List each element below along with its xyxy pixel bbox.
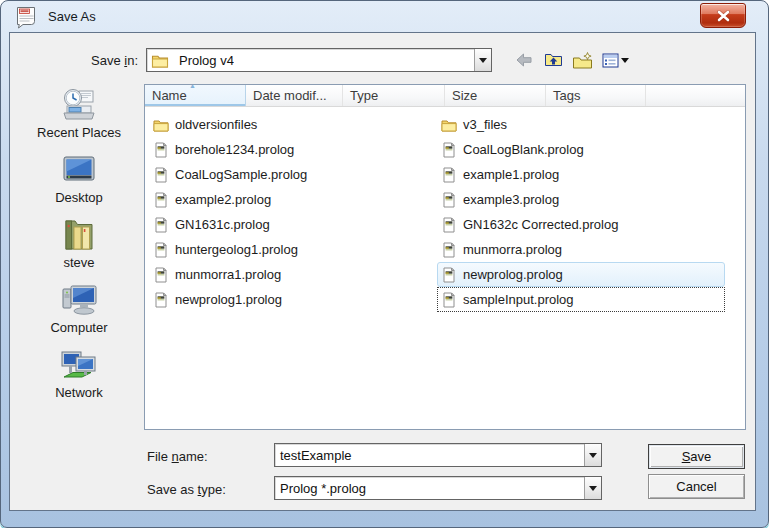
sidebar-item-label: steve xyxy=(63,255,94,270)
prolog-file-icon xyxy=(153,217,169,233)
sidebar-item-desktop[interactable]: Desktop xyxy=(16,151,142,205)
file-item-example3-prolog[interactable]: example3.prolog xyxy=(437,187,725,212)
prolog-file-icon xyxy=(441,267,457,283)
column-header-date-modif[interactable]: Date modif... xyxy=(246,85,343,106)
dialog-toolbar xyxy=(512,49,631,71)
file-name-text: munmorra1.prolog xyxy=(175,267,281,282)
file-item-gn1631c-prolog[interactable]: GN1631c.prolog xyxy=(149,212,436,237)
back-button[interactable] xyxy=(512,50,536,70)
column-header-type[interactable]: Type xyxy=(343,85,445,106)
save-as-type-value: Prolog *.prolog xyxy=(275,481,366,496)
column-header-tags[interactable]: Tags xyxy=(546,85,646,106)
sidebar-item-computer[interactable]: Computer xyxy=(16,281,142,335)
file-name-label: File name: xyxy=(147,449,208,464)
file-name-text: GN1632c Corrected.prolog xyxy=(463,217,618,232)
sidebar-item-label: Desktop xyxy=(55,190,103,205)
prolog-document-icon xyxy=(14,5,41,30)
file-name-text: CoalLogSample.prolog xyxy=(175,167,307,182)
save-in-label: Save in: xyxy=(28,53,138,68)
recent-places-icon xyxy=(59,86,99,124)
file-name-text: newprolog1.prolog xyxy=(175,292,282,307)
file-name-text: sampleInput.prolog xyxy=(463,292,574,307)
views-button[interactable] xyxy=(599,50,631,70)
back-icon xyxy=(515,52,533,68)
computer-icon xyxy=(59,281,99,319)
prolog-file-icon xyxy=(441,217,457,233)
up-one-level-button[interactable] xyxy=(541,50,565,70)
file-item-newprolog-prolog[interactable]: newprolog.prolog xyxy=(437,262,725,287)
folder-icon xyxy=(441,117,457,133)
prolog-file-icon xyxy=(441,192,457,208)
chevron-down-icon xyxy=(479,58,487,67)
prolog-file-icon xyxy=(153,167,169,183)
dropdown-button[interactable] xyxy=(584,444,601,466)
dialog-body: Save in: Prolog v4 Recent PlacesDesktops… xyxy=(9,32,756,511)
file-item-example2-prolog[interactable]: example2.prolog xyxy=(149,187,436,212)
sort-ascending-icon: ▲ xyxy=(189,84,196,89)
save-in-combobox[interactable]: Prolog v4 xyxy=(146,48,492,72)
folder-item-v3-files[interactable]: v3_files xyxy=(437,112,725,137)
file-item-huntergeolog1-prolog[interactable]: huntergeolog1.prolog xyxy=(149,237,436,262)
file-name-text: GN1631c.prolog xyxy=(175,217,270,232)
save-as-type-label: Save as type: xyxy=(147,482,226,497)
views-icon xyxy=(602,53,619,68)
file-item-munmorra-prolog[interactable]: munmorra.prolog xyxy=(437,237,725,262)
sidebar-item-steve[interactable]: steve xyxy=(16,216,142,270)
column-header-filler xyxy=(646,85,745,106)
network-icon xyxy=(59,346,99,384)
file-name-text: borehole1234.prolog xyxy=(175,142,294,157)
column-header-label: Size xyxy=(452,88,477,103)
file-item-borehole1234-prolog[interactable]: borehole1234.prolog xyxy=(149,137,436,162)
prolog-file-icon xyxy=(153,192,169,208)
prolog-file-icon xyxy=(153,242,169,258)
new-folder-button[interactable] xyxy=(570,50,594,70)
sidebar-item-recent-places[interactable]: Recent Places xyxy=(16,86,142,140)
up-folder-icon xyxy=(544,52,563,68)
file-name-text: example1.prolog xyxy=(463,167,559,182)
titlebar[interactable]: Save As xyxy=(1,1,768,32)
dropdown-button[interactable] xyxy=(584,477,601,499)
sidebar-item-network[interactable]: Network xyxy=(16,346,142,400)
file-name-text: munmorra.prolog xyxy=(463,242,562,257)
folder-item-oldversionfiles[interactable]: oldversionfiles xyxy=(149,112,436,137)
file-item-munmorra1-prolog[interactable]: munmorra1.prolog xyxy=(149,262,436,287)
folder-icon xyxy=(153,117,169,133)
current-folder-label: Prolog v4 xyxy=(174,53,234,68)
file-name-text: example3.prolog xyxy=(463,192,559,207)
sidebar-item-label: Computer xyxy=(50,320,107,335)
prolog-file-icon xyxy=(153,142,169,158)
chevron-down-icon xyxy=(589,453,597,462)
file-name-text: CoalLogBlank.prolog xyxy=(463,142,584,157)
column-header-row: ▲NameDate modif...TypeSizeTags xyxy=(145,85,745,107)
file-item-coallogsample-prolog[interactable]: CoalLogSample.prolog xyxy=(149,162,436,187)
file-item-newprolog1-prolog[interactable]: newprolog1.prolog xyxy=(149,287,436,312)
chevron-down-icon xyxy=(589,486,597,495)
dropdown-button[interactable] xyxy=(474,49,491,71)
file-item-sampleinput-prolog[interactable]: sampleInput.prolog xyxy=(437,287,725,312)
file-name-text: oldversionfiles xyxy=(175,117,257,132)
new-folder-icon xyxy=(572,52,593,69)
save-as-type-combobox[interactable]: Prolog *.prolog xyxy=(274,476,602,500)
places-sidebar: Recent PlacesDesktopsteveComputerNetwork xyxy=(14,86,144,411)
file-item-coallogblank-prolog[interactable]: CoalLogBlank.prolog xyxy=(437,137,725,162)
file-name-input[interactable]: testExample xyxy=(274,443,602,467)
file-name-text: example2.prolog xyxy=(175,192,271,207)
file-item-example1-prolog[interactable]: example1.prolog xyxy=(437,162,725,187)
prolog-file-icon xyxy=(441,242,457,258)
column-header-label: Tags xyxy=(553,88,580,103)
file-item-gn1632c-corrected-prolog[interactable]: GN1632c Corrected.prolog xyxy=(437,212,725,237)
file-column-left: oldversionfilesborehole1234.prologCoalLo… xyxy=(149,112,436,312)
prolog-file-icon xyxy=(441,142,457,158)
file-name-text: v3_files xyxy=(463,117,507,132)
prolog-file-icon xyxy=(153,267,169,283)
close-button[interactable] xyxy=(700,3,746,28)
desktop-icon xyxy=(59,151,99,189)
column-header-size[interactable]: Size xyxy=(445,85,546,106)
save-button[interactable]: Save xyxy=(648,444,745,469)
column-header-label: Type xyxy=(350,88,378,103)
column-header-name[interactable]: ▲Name xyxy=(145,85,246,106)
prolog-file-icon xyxy=(153,292,169,308)
file-list-panel[interactable]: ▲NameDate modif...TypeSizeTags oldversio… xyxy=(144,84,746,430)
sidebar-item-label: Network xyxy=(55,385,103,400)
cancel-button[interactable]: Cancel xyxy=(648,474,745,499)
